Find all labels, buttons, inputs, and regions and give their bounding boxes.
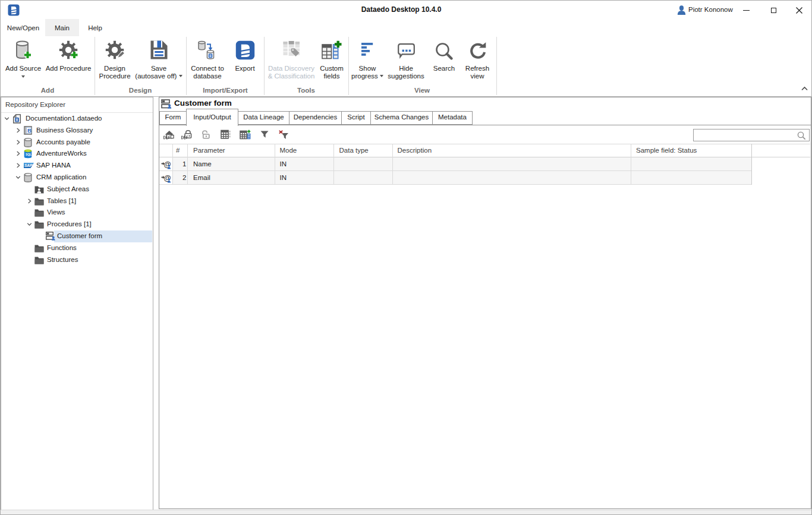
- svg-text:@: @: [164, 160, 171, 168]
- svg-text:SQL: SQL: [26, 153, 32, 156]
- svg-text:@: @: [164, 173, 171, 182]
- svg-text:B: B: [27, 127, 32, 134]
- svg-text:SAP: SAP: [24, 163, 33, 168]
